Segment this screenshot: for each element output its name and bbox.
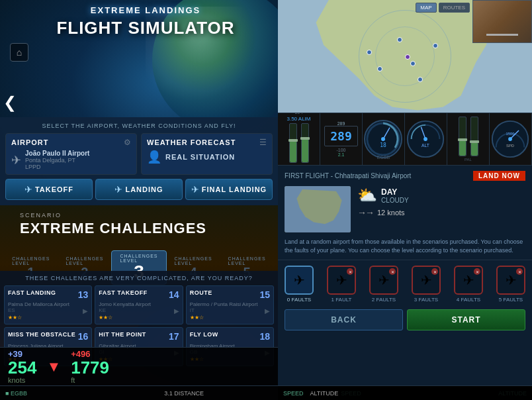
landing-label: LANDING [125,185,163,193]
fault-0-plane: ✈ [294,272,305,288]
fault-5[interactable]: ✈ ✕ 5 FAULTS [496,266,525,303]
fault-3[interactable]: ✈ ✕ 3 FAULTS [412,266,441,303]
left-panel: ❮ ⌂ EXTREME LANDINGS FLIGHT SIMULATOR SE… [0,0,278,400]
challenge-15[interactable]: ROUTE 15 Palermo / Punta Raisi Airport I… [186,285,274,325]
fault-1-icon[interactable]: ✈ ✕ [327,266,356,295]
routes-button[interactable]: ROUTES [439,3,470,13]
first-flight-section: FIRST FLIGHT - Chhatrapati Shivaji Airpo… [278,166,532,260]
weather-title: WEATHER FORECAST [147,138,236,146]
fault-1-label: 1 FAULT [332,297,352,303]
weather-settings-icon[interactable]: ☰ [259,138,267,147]
throttle-bar-2[interactable] [301,123,309,163]
back-button[interactable]: BACK [285,309,403,330]
svg-point-6 [423,137,427,141]
challenge-15-header: ROUTE 15 [190,289,270,300]
landing-button[interactable]: ✈ LANDING [95,179,183,200]
airport-dot-4[interactable] [433,43,438,48]
throttle-bars-right [457,117,480,156]
takeoff-icon: ✈ [24,184,32,195]
airport-weather-row: AIRPORT ⚙ ✈ João Paulo II Airport Ponta … [5,133,273,175]
start-button[interactable]: START [407,309,525,330]
weather-info: 👤 REAL SITUATION [147,150,267,164]
fault-2[interactable]: ✈ ✕ 2 FAULTS [369,266,398,303]
challenge-14-name: FAST TAKEOFF [99,289,147,296]
svg-text:1500: 1500 [506,132,515,136]
fault-5-x: ✕ [516,268,523,275]
status-bar: ■ EGBB 3.1 DISTANCE SPEED ALTITUDE [0,385,278,400]
challenge-15-stars: ★★☆ [190,315,270,321]
challenge-13-airport: Palma De Mallorca Airport [8,301,88,307]
fault-4-label: 4 FAULTS [457,297,480,303]
level-5-label: CHALLENGESLEVEL [228,256,266,266]
level-1-label: CHALLENGESLEVEL [12,256,50,266]
svg-text:SPD: SPD [506,143,514,147]
fault-0[interactable]: ✈ 0 FAULTS [285,266,314,303]
challenges-subtitle: THESE CHALLENGES ARE VERY COMPLICATED, A… [4,275,274,281]
fault-4-icon[interactable]: ✈ ✕ [454,266,483,295]
challenge-14-stars: ★★☆ [99,315,179,321]
wind-speed: 12 knots [377,209,405,217]
challenge-17-name: HIT THE POINT [99,331,146,338]
weather-texts: DAY CLOUDY [381,187,409,204]
faults-row: ✈ 0 FAULTS ✈ ✕ 1 FAULT ✈ ✕ 2 [285,266,525,303]
gauge-svg-2: ALT [405,118,447,161]
airport-settings-icon[interactable]: ⚙ [124,138,131,147]
challenge-17-number: 17 [169,331,179,342]
challenge-14-airport: Jomo Kenyatta Airport [99,301,179,307]
red-triangle-icon: ▼ [46,358,61,375]
airport-dot-center[interactable] [405,54,410,60]
main-container: ❮ ⌂ EXTREME LANDINGS FLIGHT SIMULATOR SE… [0,0,532,400]
scenario-label: SCENARIO [20,212,62,219]
challenge-14[interactable]: FAST TAKEOFF 14 Jomo Kenyatta Airport KE… [95,285,183,325]
map-section: MAP ROUTES [278,0,532,113]
challenge-13-arrow: ▶ [83,307,88,315]
fault-4[interactable]: ✈ ✕ 4 FAULTS [454,266,483,303]
challenge-18-name: FLY LOW [190,331,218,338]
fault-0-icon[interactable]: ✈ [285,266,314,295]
home-button[interactable]: ⌂ [10,43,28,62]
throttle-bar-1[interactable] [289,123,297,163]
fault-2-plane: ✈ [378,272,390,288]
weather-info-right: ⛅ DAY CLOUDY →→ 12 knots [357,186,525,218]
fault-5-icon[interactable]: ✈ ✕ [496,266,525,295]
fault-0-label: 0 FAULTS [287,297,311,303]
challenge-14-country: KE ▶ [99,307,179,313]
challenge-18-header: FLY LOW 18 [190,331,270,342]
challenge-15-airport: Palermo / Punta Raisi Airport [190,301,270,307]
title-bar: EXTREME LANDINGS FLIGHT SIMULATOR [20,5,271,38]
challenge-13[interactable]: FAST LANDING 13 Palma De Mallorca Airpor… [4,285,92,325]
weather-condition-text: DAY [381,187,409,197]
challenge-13-number: 13 [78,289,89,300]
altitude-metric: +496 1779 ft [71,349,109,384]
fault-2-icon[interactable]: ✈ ✕ [369,266,398,295]
challenge-13-country: ES ▶ [8,307,88,313]
fault-1-plane: ✈ [336,272,347,288]
weather-condition: ⛅ DAY CLOUDY [357,186,525,205]
fault-3-icon[interactable]: ✈ ✕ [412,266,441,295]
challenge-15-country: IT ▶ [190,307,270,313]
throttle-bar-4[interactable] [470,117,478,156]
takeoff-button[interactable]: ✈ TAKEOFF [5,179,93,200]
challenge-14-number: 14 [169,289,179,300]
egbb-status: ■ EGBB [5,390,27,397]
throttle-bars [288,123,310,163]
map-button[interactable]: MAP [416,3,436,13]
airport-dot-2[interactable] [410,61,416,66]
airport-dot-5[interactable] [418,77,423,82]
final-landing-button[interactable]: ✈ FINAL LANDING [185,179,273,200]
airport-code: LPPD [25,164,89,170]
weather-box: WEATHER FORECAST ☰ 👤 REAL SITUATION [141,133,273,175]
app-title: EXTREME LANDINGS [20,5,271,15]
bottom-instruments-right: SPEED ALTITUDE [278,385,532,400]
fault-1[interactable]: ✈ ✕ 1 FAULT [327,266,356,303]
airport-pin-icon: ✈ [11,153,21,168]
left-nav-arrow[interactable]: ❮ [3,93,17,112]
fault-3-plane: ✈ [421,272,432,288]
weather-sub-text: CLOUDY [381,197,409,204]
weather-row: ⛅ DAY CLOUDY →→ 12 knots [285,186,525,232]
airport-details: João Paulo II Airport Ponta Delgada, PT … [25,150,89,170]
challenge-13-name: FAST LANDING [8,289,56,296]
instrument-gauge-2: ALT [405,113,447,165]
throttle-bar-3[interactable] [459,117,466,156]
distance-status: 3.1 DISTANCE [164,390,204,397]
